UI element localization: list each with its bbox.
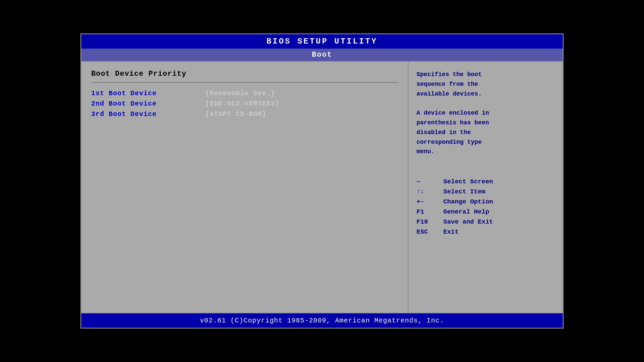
key-description-5: Exit xyxy=(443,228,459,236)
footer-bar: v02.61 (C)Copyright 1985-2009, American … xyxy=(81,313,563,328)
title-bar: BIOS SETUP UTILITY xyxy=(81,34,563,49)
right-panel: Specifies the boot sequence from the ava… xyxy=(409,62,562,313)
key-row-3: F1General Help xyxy=(417,208,554,216)
key-row-4: F10Save and Exit xyxy=(417,218,554,226)
bios-container: BIOS SETUP UTILITY Boot Boot Device Prio… xyxy=(80,34,564,328)
key-row-1: ↑↓Select Item xyxy=(417,188,554,195)
title-text: BIOS SETUP UTILITY xyxy=(266,37,377,46)
key-bindings-container: ↔Select Screen↑↓Select Item+-Change Opti… xyxy=(417,178,554,236)
help-line9: menu. xyxy=(417,148,435,155)
key-description-2: Change Option xyxy=(443,198,493,205)
key-symbol-4: F10 xyxy=(417,218,443,226)
key-description-3: General Help xyxy=(443,208,489,216)
key-description-4: Save and Exit xyxy=(443,218,493,226)
main-content: Boot Device Priority 1st Boot Device[Rem… xyxy=(81,61,563,313)
help-line5: A device enclosed in xyxy=(417,110,489,116)
help-line3: available devices. xyxy=(417,90,482,97)
boot-item-3[interactable]: 3rd Boot Device[ATAPI CD-ROM] xyxy=(91,110,398,118)
help-line1: Specifies the boot xyxy=(417,71,482,78)
divider xyxy=(91,82,398,83)
key-description-0: Select Screen xyxy=(443,178,493,185)
help-line7: disabled in the xyxy=(417,129,471,136)
key-symbol-5: ESC xyxy=(417,228,443,236)
boot-item-label-3: 3rd Boot Device xyxy=(91,110,205,118)
help-line6: parenthesis has been xyxy=(417,119,489,126)
key-row-0: ↔Select Screen xyxy=(417,178,554,185)
right-panel-inner: Specifies the boot sequence from the ava… xyxy=(417,70,554,305)
key-symbol-3: F1 xyxy=(417,208,443,216)
help-text: Specifies the boot sequence from the ava… xyxy=(417,70,554,157)
help-line2: sequence from the xyxy=(417,81,478,87)
boot-item-value-3: [ATAPI CD-ROM] xyxy=(205,110,266,118)
key-symbol-2: +- xyxy=(417,198,443,205)
key-symbol-0: ↔ xyxy=(417,178,443,185)
boot-item-label-2: 2nd Boot Device xyxy=(91,100,205,108)
subtitle-bar: Boot xyxy=(81,49,563,61)
key-description-1: Select Item xyxy=(443,188,485,195)
key-row-2: +-Change Option xyxy=(417,198,554,205)
boot-items-container: 1st Boot Device[Removable Dev.]2nd Boot … xyxy=(91,89,398,118)
boot-item-value-1: [Removable Dev.] xyxy=(205,89,275,97)
boot-item-value-2: [IDE:OCZ-VERTEX3] xyxy=(205,100,279,108)
key-symbol-1: ↑↓ xyxy=(417,188,443,195)
key-bindings-section: ↔Select Screen↑↓Select Item+-Change Opti… xyxy=(417,178,554,238)
boot-item-1[interactable]: 1st Boot Device[Removable Dev.] xyxy=(91,89,398,97)
boot-item-label-1: 1st Boot Device xyxy=(91,89,205,97)
boot-item-2[interactable]: 2nd Boot Device[IDE:OCZ-VERTEX3] xyxy=(91,100,398,108)
left-panel: Boot Device Priority 1st Boot Device[Rem… xyxy=(82,62,409,313)
section-title: Boot Device Priority xyxy=(91,70,398,78)
footer-text: v02.61 (C)Copyright 1985-2009, American … xyxy=(200,317,444,324)
key-row-5: ESCExit xyxy=(417,228,554,236)
subtitle-text: Boot xyxy=(312,51,332,59)
help-line8: corresponding type xyxy=(417,139,482,145)
